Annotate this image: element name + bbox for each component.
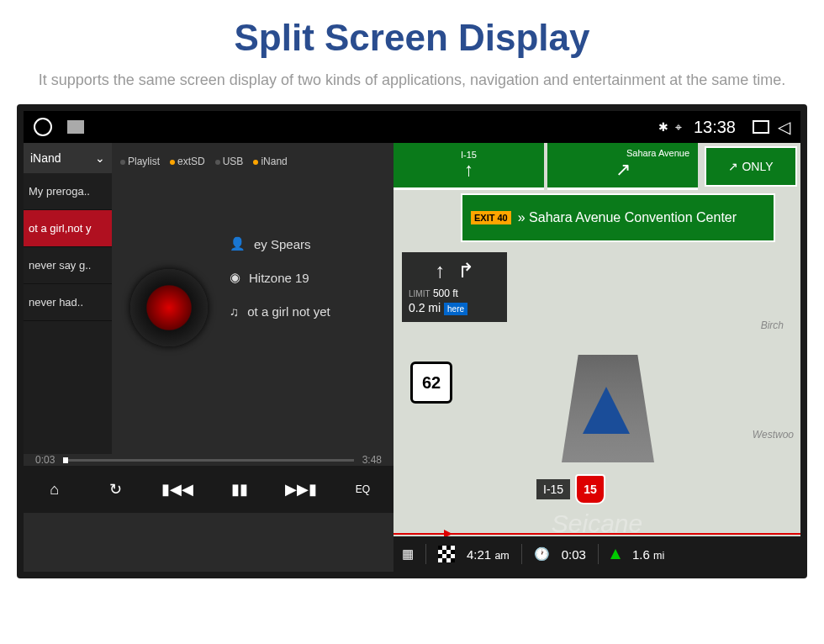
home-button[interactable]: ⌂ [38, 481, 71, 499]
back-icon[interactable]: ◁ [778, 117, 790, 137]
exit-banner: EXIT 40 » Sahara Avenue Convention Cente… [461, 193, 775, 242]
next-turn-icon [610, 549, 621, 559]
source-tabs: Playlist extSD USB iNand [120, 150, 385, 173]
next-button[interactable]: ▶▶▮ [284, 480, 318, 499]
device-frame: ✱ ⌖ 13:38 ◁ iNand ⌄ My preroga.. ot a gi… [17, 104, 807, 578]
route-line [394, 533, 800, 535]
route-label: I-15 [536, 479, 570, 499]
clock-icon: 🕐 [534, 546, 550, 562]
gallery-icon[interactable] [67, 120, 84, 134]
street-label: Sahara Avenue [626, 148, 689, 158]
street-label: Birch [761, 319, 784, 331]
playlist-item[interactable]: My preroga.. [24, 173, 112, 210]
playlist-item[interactable]: never had.. [24, 284, 112, 321]
source-tab[interactable]: Playlist [120, 156, 160, 167]
progress-bar[interactable]: 0:03 3:48 [24, 454, 394, 466]
navigation-pane[interactable]: I-15↑ Sahara Avenue↗ ↗ONLY EXIT 40 » Sah… [394, 143, 800, 572]
chevron-down-icon: ⌄ [95, 151, 105, 165]
source-tab[interactable]: iNand [253, 156, 287, 167]
repeat-button[interactable]: ↻ [99, 480, 133, 499]
artist-name: ey Spears [254, 237, 311, 251]
playlist-item[interactable]: never say g.. [24, 247, 112, 284]
lane-dist-ft: 500 ft [433, 288, 458, 299]
prev-button[interactable]: ▮◀◀ [161, 480, 194, 499]
music-note-icon: ♫ [230, 304, 239, 319]
arrow-up-icon: ↑ [464, 159, 473, 181]
pause-button[interactable]: ▮▮ [223, 480, 256, 499]
exit-badge: EXIT 40 [471, 211, 511, 224]
album-art-icon [130, 269, 208, 346]
person-icon: 👤 [230, 236, 246, 251]
interstate-shield-icon: 15 [575, 474, 605, 504]
source-selected: iNand [30, 151, 61, 165]
lane-arrow-icon: ↱ [457, 259, 474, 282]
eq-button[interactable]: EQ [346, 483, 379, 495]
arrow-upright-icon: ↗ [615, 159, 631, 181]
page-title: Split Screen Display [34, 17, 790, 59]
page-subtitle: It supports the same screen display of t… [34, 69, 790, 92]
media-player-pane: iNand ⌄ My preroga.. ot a girl,not y nev… [24, 143, 394, 572]
arrival-time: 4:21 am [467, 547, 510, 562]
bluetooth-icon: ✱ [658, 120, 668, 134]
limit-label: LIMIT [409, 289, 430, 298]
recent-apps-icon[interactable] [753, 120, 769, 134]
disc-icon: ◉ [230, 270, 240, 285]
eta-remaining: 0:03 [562, 547, 586, 562]
source-dropdown[interactable]: iNand ⌄ [24, 143, 112, 173]
location-icon: ⌖ [675, 120, 682, 135]
media-controls: ⌂ ↻ ▮◀◀ ▮▮ ▶▶▮ EQ [24, 466, 394, 513]
clock: 13:38 [694, 118, 736, 137]
menu-icon[interactable]: ▦ [402, 546, 414, 562]
playlist-sidebar: iNand ⌄ My preroga.. ot a girl,not y nev… [24, 143, 112, 454]
time-total: 3:48 [362, 454, 382, 466]
route-shield: I-15 15 [536, 474, 605, 504]
source-tab[interactable]: extSD [170, 156, 205, 167]
lane-arrow-icon: ↑ [436, 259, 446, 282]
destination-flag-icon [438, 546, 455, 562]
nav-bottom-bar: ▦ 4:21 am 🕐 0:03 1.6 mi [394, 536, 800, 572]
speed-limit-sign: 62 [410, 362, 452, 404]
track-name: ot a girl not yet [247, 304, 330, 319]
only-sign: ↗ONLY [705, 146, 797, 187]
arrow-upright-icon: ↗ [728, 160, 738, 173]
source-tab[interactable]: USB [215, 156, 244, 167]
lane-dist-mi: 0.2 [409, 301, 425, 314]
time-elapsed: 0:03 [35, 454, 55, 466]
exit-destination: » Sahara Avenue Convention Center [518, 209, 737, 225]
album-name: Hitzone 19 [249, 271, 309, 285]
here-logo-icon: here [444, 303, 467, 315]
next-distance: 1.6 mi [632, 547, 664, 562]
status-bar: ✱ ⌖ 13:38 ◁ [24, 111, 800, 143]
lane-guidance: ↑↱ LIMIT 500 ft 0.2 mi here [402, 252, 507, 322]
playlist-item[interactable]: ot a girl,not y [24, 210, 112, 247]
home-circle-icon[interactable] [34, 118, 52, 136]
street-label: Westwoo [753, 429, 794, 441]
nav-arrow-icon [583, 387, 630, 434]
